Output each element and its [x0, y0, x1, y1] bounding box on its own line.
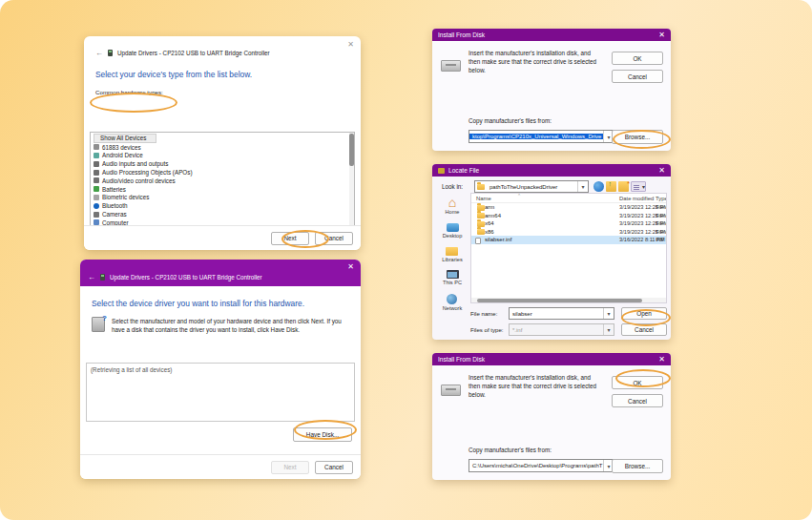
audio-apo-icon [94, 170, 99, 176]
dialog-message: Insert the manufacturer's installation d… [468, 374, 602, 399]
cancel-button[interactable]: Cancel [315, 232, 353, 245]
file-name-combobox[interactable]: silabser ▾ [509, 307, 614, 320]
path-combobox[interactable]: C:\Users\micha\OneDrive\Desktop\Programs… [468, 459, 614, 472]
update-drivers-type-dialog: ✕ ← Update Drivers - CP2102 USB to UART … [84, 36, 361, 250]
audio-io-icon [94, 161, 99, 167]
place-network[interactable]: Network [443, 294, 463, 311]
back-arrow-icon[interactable]: ← [95, 49, 103, 57]
dialog-title: Update Drivers - CP2102 USB to UART Brid… [110, 274, 262, 281]
dialog-titlebar: Install From Disk ✕ [432, 353, 671, 365]
next-button[interactable]: Next [271, 232, 309, 245]
cancel-button[interactable]: Cancel [315, 461, 353, 474]
driver-list[interactable]: (Retrieving a list of all devices) [86, 363, 355, 422]
file-row[interactable]: x643/19/2023 12:25 PMFile f... [471, 219, 666, 228]
chevron-down-icon[interactable]: ▾ [603, 308, 614, 319]
dialog-titlebar: Locate File ✕ [432, 164, 671, 177]
inf-file-icon [475, 238, 481, 244]
copy-from-label: Copy manufacturer's files from: [468, 447, 552, 453]
dialog-title: Update Drivers - CP2102 USB to UART Brid… [117, 50, 270, 56]
list-item[interactable]: Batteries [94, 185, 354, 194]
biometric-icon [94, 195, 99, 200]
device-61883-icon [94, 144, 99, 150]
place-home[interactable]: ⌂Home [446, 197, 460, 215]
list-item[interactable]: Bluetooth [94, 201, 354, 210]
folder-icon [477, 184, 485, 190]
floppy-disk-icon [441, 385, 461, 396]
browse-button[interactable]: Browse... [612, 130, 663, 144]
chevron-down-icon[interactable]: ▾ [603, 324, 614, 335]
look-in-combobox[interactable]: pathToTheUnpackedDriver ▾ [474, 180, 589, 193]
scrollbar-thumb[interactable] [477, 299, 642, 302]
close-icon[interactable]: ✕ [347, 262, 354, 271]
place-this-pc[interactable]: This PC [443, 270, 462, 285]
bluetooth-icon [94, 203, 99, 209]
place-libraries[interactable]: Libraries [442, 247, 462, 262]
driver-icon [100, 274, 105, 281]
list-item-show-all-devices[interactable]: Show All Devices [94, 135, 354, 143]
hardware-types-label: Common hardware types: [95, 89, 361, 95]
have-disk-button[interactable]: Have Disk... [293, 427, 352, 442]
path-value[interactable]: C:\Users\micha\OneDrive\Desktop\Programs… [469, 463, 603, 468]
libraries-icon [446, 247, 458, 256]
dialog-titlebar: Install From Disk ✕ [432, 29, 671, 41]
cancel-button[interactable]: Cancel [612, 394, 663, 407]
close-icon[interactable]: ✕ [347, 40, 354, 49]
floppy-disk-icon [441, 60, 461, 72]
hardware-question-icon [92, 317, 105, 332]
view-menu-icon[interactable] [631, 181, 646, 192]
file-row[interactable]: x863/19/2023 12:25 PMFile f... [471, 228, 666, 237]
sort-icon: ⌃ [517, 193, 521, 198]
ok-button[interactable]: OK [612, 52, 663, 65]
look-in-value[interactable]: pathToTheUnpackedDriver [487, 184, 577, 190]
files-of-type-value: *.inf [510, 327, 603, 333]
cancel-button[interactable]: Cancel [612, 70, 663, 83]
folder-icon [477, 229, 485, 235]
file-list[interactable]: Name⌃ Date modified Type arm3/19/2023 12… [470, 193, 667, 303]
list-item[interactable]: Android Device [94, 152, 354, 160]
browse-button[interactable]: Browse... [612, 459, 663, 473]
look-in-label: Look in: [442, 183, 463, 190]
network-icon [447, 294, 457, 304]
list-item[interactable]: Biometric devices [94, 194, 354, 202]
file-row[interactable]: arm643/19/2023 12:25 PMFile f... [471, 212, 666, 220]
scrollbar-thumb[interactable] [349, 134, 354, 166]
this-pc-icon [447, 270, 459, 279]
list-item[interactable]: 61883 devices [94, 143, 354, 152]
path-value[interactable]: ktop\Programs\CP210x_Universal_Windows_D… [469, 134, 603, 139]
chevron-down-icon[interactable]: ▾ [577, 181, 588, 192]
next-button[interactable]: Next [271, 461, 309, 474]
list-item[interactable]: Audio Processing Objects (APOs) [94, 168, 354, 177]
file-row[interactable]: arm3/19/2023 12:25 PMFile f... [471, 203, 666, 212]
place-desktop[interactable]: Desktop [443, 223, 463, 239]
android-device-icon [94, 153, 99, 158]
list-item[interactable]: Audio/video control devices [94, 177, 354, 185]
back-arrow-icon[interactable]: ← [88, 273, 95, 281]
file-name-label: File name: [470, 310, 509, 317]
horizontal-scrollbar[interactable] [471, 298, 666, 302]
path-combobox[interactable]: ktop\Programs\CP210x_Universal_Windows_D… [468, 130, 614, 143]
open-button[interactable]: Open [621, 307, 667, 320]
ok-button[interactable]: OK [612, 376, 663, 389]
files-of-type-combobox[interactable]: *.inf ▾ [509, 323, 614, 336]
install-from-disk-dialog-top: Install From Disk ✕ Insert the manufactu… [432, 29, 671, 151]
dialog-message: Insert the manufacturer's installation d… [468, 50, 602, 74]
file-name-value[interactable]: silabser [510, 311, 603, 317]
home-icon: ⌂ [446, 197, 459, 208]
list-item[interactable]: Audio inputs and outputs [94, 159, 354, 168]
list-item[interactable]: Cameras [94, 210, 354, 218]
close-icon[interactable]: ✕ [658, 31, 665, 39]
cancel-button[interactable]: Cancel [621, 323, 667, 336]
desktop-icon [447, 223, 459, 232]
page-heading: Select the device driver you want to ins… [92, 299, 361, 308]
screenshot-canvas: ✕ ← Update Drivers - CP2102 USB to UART … [0, 0, 812, 520]
file-list-header[interactable]: Name⌃ Date modified Type [471, 194, 666, 203]
up-one-level-icon[interactable] [606, 181, 616, 192]
close-icon[interactable]: ✕ [658, 167, 665, 175]
close-icon[interactable]: ✕ [658, 356, 665, 364]
locate-file-icon [438, 168, 445, 174]
file-row-selected[interactable]: silabser.inf3/16/2022 8:11 PMINF F... [471, 236, 666, 244]
new-folder-icon[interactable] [618, 181, 629, 192]
dialog-title: Install From Disk [438, 356, 485, 363]
places-sidebar: ⌂Home Desktop Libraries This PC Network [436, 195, 468, 313]
go-back-icon[interactable] [593, 181, 604, 192]
